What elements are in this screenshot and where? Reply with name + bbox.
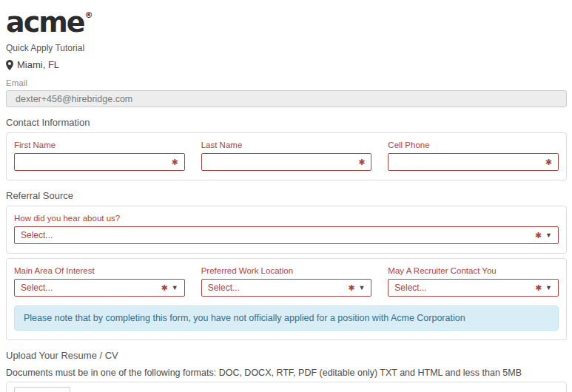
- job-location: Miami, FL: [6, 59, 567, 70]
- job-location-label: Miami, FL: [17, 59, 59, 70]
- cell-phone-label: Cell Phone: [388, 141, 559, 149]
- recruiter-contact-selected-value: Select...: [394, 283, 426, 293]
- required-icon: ✱: [171, 158, 178, 166]
- first-name-input[interactable]: ✱: [14, 153, 185, 171]
- required-icon: ✱: [348, 284, 354, 292]
- main-area-of-interest-field-group: Main Area Of Interest Select... ✱ ▼: [14, 266, 185, 297]
- first-name-label: First Name: [14, 141, 185, 149]
- preferred-work-location-select[interactable]: Select... ✱ ▼: [201, 279, 372, 297]
- acme-logo-text: acme: [6, 6, 84, 38]
- main-area-of-interest-select[interactable]: Select... ✱ ▼: [14, 279, 185, 297]
- main-area-of-interest-label: Main Area Of Interest: [14, 266, 185, 275]
- location-pin-icon: [6, 60, 13, 70]
- hear-about-us-select[interactable]: Select... ✱ ▼: [14, 226, 559, 244]
- preferred-work-location-selected-value: Select...: [208, 283, 240, 293]
- required-icon: ✱: [535, 284, 542, 292]
- upload-button[interactable]: Upload: [14, 387, 70, 392]
- email-label: Email: [6, 78, 567, 87]
- recruiter-contact-select[interactable]: Select... ✱ ▼: [388, 279, 559, 297]
- cell-phone-input[interactable]: ✱: [388, 153, 559, 171]
- required-icon: ✱: [535, 232, 542, 240]
- required-icon: ✱: [545, 158, 552, 166]
- contact-information-heading: Contact Information: [6, 117, 567, 128]
- upload-resume-heading: Upload Your Resume / CV: [6, 350, 567, 361]
- email-field: [6, 90, 567, 107]
- referral-source-panel: How did you hear about us? Select... ✱ ▼: [6, 206, 567, 254]
- upload-format-instructions: Documents must be in one of the followin…: [6, 368, 567, 378]
- quick-apply-form: acme® Quick Apply Tutorial Miami, FL Ema…: [0, 0, 572, 392]
- referral-source-heading: Referral Source: [6, 190, 567, 201]
- last-name-input[interactable]: ✱: [201, 153, 372, 171]
- cell-phone-field-group: Cell Phone ✱: [388, 141, 559, 171]
- registered-trademark-icon: ®: [85, 10, 93, 20]
- dropdown-arrow-icon: ▼: [545, 232, 552, 239]
- dropdown-arrow-icon: ▼: [545, 285, 552, 291]
- job-title: Quick Apply Tutorial: [6, 43, 567, 53]
- hear-about-us-label: How did you hear about us?: [14, 214, 559, 223]
- dropdown-arrow-icon: ▼: [358, 285, 365, 291]
- required-icon: ✱: [358, 158, 365, 166]
- hear-about-us-selected-value: Select...: [21, 230, 53, 240]
- recruiter-contact-field-group: May A Recruiter Contact You Select... ✱ …: [388, 266, 559, 297]
- upload-panel: Upload Required: [6, 382, 567, 392]
- last-name-field-group: Last Name ✱: [201, 141, 372, 171]
- application-disclaimer-notice: Please note that by completing this form…: [14, 305, 559, 331]
- preferred-work-location-label: Preferred Work Location: [201, 266, 372, 275]
- recruiter-contact-label: May A Recruiter Contact You: [388, 266, 559, 275]
- dropdown-arrow-icon: ▼: [172, 285, 178, 291]
- contact-information-panel: First Name ✱ Last Name ✱ Cell Phone ✱: [6, 132, 567, 180]
- required-icon: ✱: [161, 284, 168, 292]
- preferences-panel: Main Area Of Interest Select... ✱ ▼ Pref…: [6, 258, 567, 340]
- preferred-work-location-field-group: Preferred Work Location Select... ✱ ▼: [201, 266, 372, 297]
- acme-logo: acme®: [6, 3, 567, 41]
- last-name-label: Last Name: [201, 141, 372, 149]
- first-name-field-group: First Name ✱: [14, 141, 185, 171]
- main-area-of-interest-selected-value: Select...: [21, 283, 53, 293]
- hear-about-us-field-group: How did you hear about us? Select... ✱ ▼: [14, 214, 559, 244]
